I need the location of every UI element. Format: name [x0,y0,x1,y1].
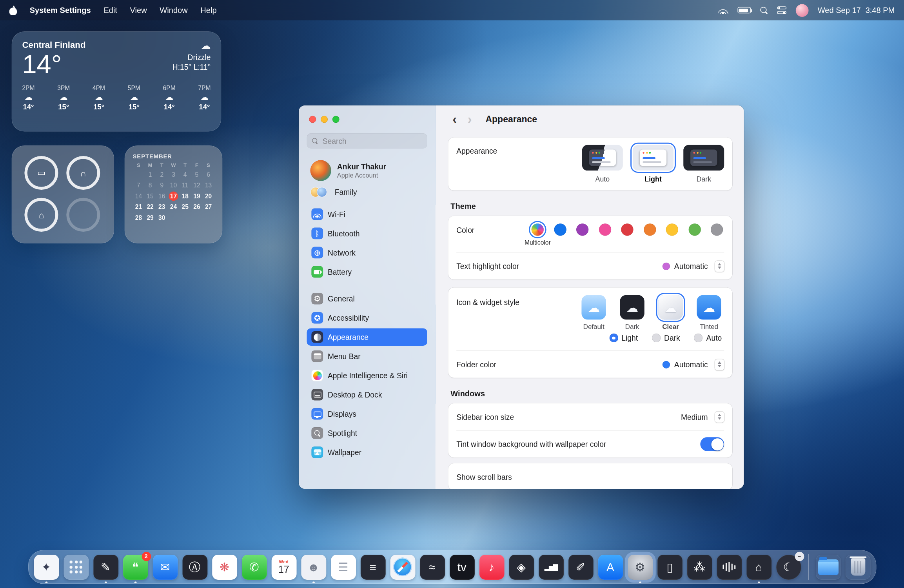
sidebar-item-general[interactable]: ⚙General [307,290,427,307]
folder-color-label: Folder color [456,360,496,368]
search-input[interactable] [321,136,423,146]
trash-icon[interactable] [845,554,870,579]
apple-account-row[interactable]: Ankur Thakur Apple Account [307,156,427,185]
sidebar-item-desktop-dock[interactable]: Desktop & Dock [307,386,427,403]
radio-light[interactable] [609,334,618,342]
bar-chart-app-icon[interactable]: ▂▅▇ [539,554,564,579]
icon-style-option-dark[interactable]: ☁Dark [617,295,647,330]
appearance-option-light[interactable]: Light [633,145,673,183]
back-button[interactable]: ‹ [447,113,462,126]
focus-icon[interactable]: ☾– [776,554,801,579]
icon-style-option-default[interactable]: ☁Default [579,295,609,330]
music-icon[interactable]: ♪ [479,554,504,579]
sidebar-item-displays[interactable]: Displays [307,405,427,423]
menu-clock[interactable]: Wed Sep 17 3:48 PM [818,6,895,15]
color-swatch-green[interactable] [688,223,701,236]
color-swatch-purple[interactable] [576,223,588,236]
reminders-icon[interactable]: ☰ [330,554,356,579]
sidebar-item-wi-fi[interactable]: Wi-Fi [307,205,427,223]
dark-utility-app-icon[interactable]: ◈ [509,554,534,579]
forward-button[interactable]: › [462,113,477,126]
menu-edit[interactable]: Edit [103,6,117,15]
zoom-button[interactable] [332,116,339,123]
color-swatch-graphite[interactable] [711,223,723,236]
batteries-widget[interactable]: ▭∩⌂ [12,145,114,243]
folder-color-dropdown[interactable]: Automatic [663,359,724,370]
icon-style-thumb-default[interactable]: ☁ [581,295,606,319]
sidebar-item-apple-intelligence-siri[interactable]: Apple Intelligence & Siri [307,367,427,384]
icon-style-thumb-clear[interactable]: ☁ [658,295,683,319]
lines-dark-app-icon[interactable]: ≡ [360,554,385,579]
color-swatch-red[interactable] [621,223,633,236]
tint-window-toggle[interactable] [700,437,724,451]
circled-a-app-icon[interactable]: Ⓐ [182,554,207,579]
menu-app-name[interactable]: System Settings [30,6,91,15]
minimize-button[interactable] [321,116,328,123]
sidebar-item-spotlight[interactable]: Spotlight [307,424,427,442]
color-swatch-blue[interactable] [554,223,566,236]
spotlight-search-icon[interactable] [760,6,768,14]
apple-tv-icon[interactable]: tv [449,554,474,579]
icon-style-option-clear[interactable]: ☁Clear [655,295,686,330]
radio-option-dark[interactable]: Dark [652,334,680,342]
appearance-thumb-light[interactable] [633,145,673,171]
control-center-icon[interactable] [777,6,786,15]
sidebar-item-appearance[interactable]: Appearance [307,328,427,346]
app-store-icon[interactable]: A [598,554,623,579]
appearance-thumb-auto[interactable] [582,145,623,171]
wifi-status-icon[interactable] [718,6,728,14]
color-swatch-orange[interactable] [644,223,656,236]
color-swatch-pink[interactable] [599,223,611,236]
appearance-thumb-dark[interactable] [683,145,724,171]
sidebar-item-bluetooth[interactable]: ᛒBluetooth [307,225,427,242]
launchpad-icon[interactable] [64,554,89,579]
sidebar-icon-size-dropdown[interactable]: Medium [681,411,724,422]
contacts-icon[interactable]: ☻ [301,554,326,579]
notes-dark-app-icon[interactable]: ✎ [93,554,118,579]
family-row[interactable]: Family [307,186,427,203]
calendar-grid: SMTWTFS123456789101112131415161718192021… [133,162,214,222]
safari-icon[interactable] [390,554,415,579]
user-avatar[interactable] [795,4,808,17]
photos-icon[interactable]: ❋ [212,554,237,579]
messages-icon[interactable]: ❝2 [123,554,148,579]
menu-window[interactable]: Window [160,6,187,15]
wave-dark-app-icon[interactable]: ≈ [420,554,445,579]
color-swatch-multicolor[interactable]: Multicolor [532,223,544,236]
home-app-icon[interactable]: ⌂ [746,554,771,579]
close-button[interactable] [309,116,316,123]
passwords-icon[interactable]: ⁂ [687,554,712,579]
menu-help[interactable]: Help [200,6,216,15]
menu-view[interactable]: View [130,6,147,15]
markup-app-icon[interactable]: ✐ [568,554,593,579]
text-highlight-dropdown[interactable]: Automatic [663,260,724,271]
downloads-folder-icon[interactable] [815,554,840,579]
facetime-icon[interactable]: ✆ [241,554,267,579]
system-settings-icon[interactable]: ⚙ [628,554,653,579]
weather-widget[interactable]: Central Finland 14° ☁ Drizzle H:15° L:11… [12,31,221,131]
iphone-mirroring-icon[interactable]: ▯ [657,554,682,579]
radio-dark[interactable] [652,334,661,342]
radio-option-light[interactable]: Light [609,334,638,342]
color-swatch-yellow[interactable] [666,223,678,236]
icon-style-thumb-tinted[interactable]: ☁ [697,295,721,319]
sidebar-item-battery[interactable]: Battery [307,263,427,281]
sidebar-item-accessibility[interactable]: ✪Accessibility [307,309,427,327]
voice-memos-icon[interactable] [717,554,742,579]
appearance-option-auto[interactable]: Auto [582,145,623,183]
sidebar-item-network[interactable]: ⊕Network [307,244,427,261]
battery-status-icon[interactable] [737,7,751,13]
hand-app-icon[interactable]: ✦ [34,554,59,579]
sidebar-search[interactable] [307,133,427,149]
icon-style-option-tinted[interactable]: ☁Tinted [694,295,724,330]
apple-menu-icon[interactable] [9,5,17,15]
calendar-widget[interactable]: SEPTEMBER SMTWTFS12345678910111213141516… [125,145,222,243]
mail-icon[interactable]: ✉ [152,554,178,579]
radio-option-auto[interactable]: Auto [694,334,722,342]
calendar-icon[interactable]: Wed17 [271,554,296,579]
sidebar-item-wallpaper[interactable]: Wallpaper [307,443,427,461]
radio-auto[interactable] [694,334,703,342]
sidebar-item-menu-bar[interactable]: Menu Bar [307,347,427,365]
icon-style-thumb-dark[interactable]: ☁ [620,295,644,319]
appearance-option-dark[interactable]: Dark [683,145,724,183]
